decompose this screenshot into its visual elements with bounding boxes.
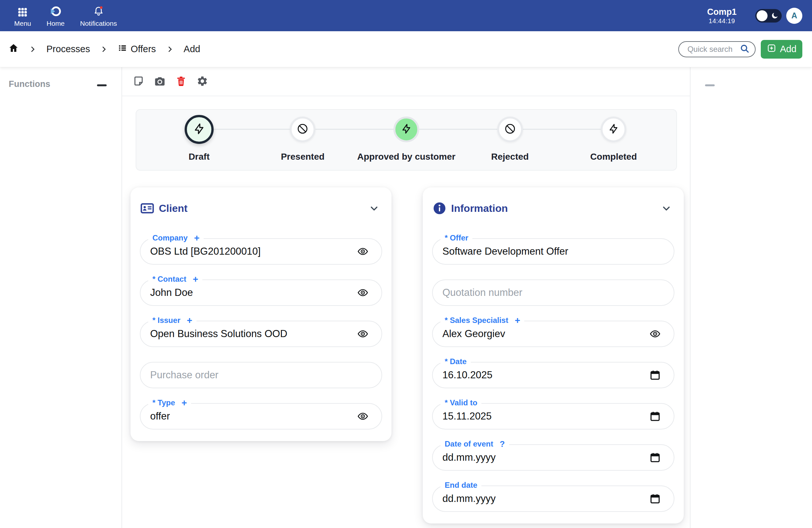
eye-icon[interactable] (649, 328, 662, 340)
information-card-header: Information (423, 187, 684, 217)
company-field[interactable]: Company+OBS Ltd [BG201200010] (140, 238, 382, 265)
breadcrumb-offers[interactable]: Offers (118, 43, 156, 55)
sales-specialist-field[interactable]: * Sales Specialist+Alex Georgiev (432, 321, 675, 347)
calendar-icon[interactable] (649, 368, 662, 381)
step-draft: Draft (147, 110, 251, 170)
camera-icon (154, 75, 165, 88)
issuer-field[interactable]: * Issuer+Open Business Solutions OOD (140, 321, 382, 347)
note-button[interactable] (132, 75, 145, 88)
field-value: dd.mm.yyyy (443, 452, 496, 463)
bolt-icon (607, 123, 620, 136)
calendar-icon[interactable] (649, 410, 662, 423)
step-circle[interactable] (600, 117, 626, 142)
valid-to-field[interactable]: * Valid to15.11.2025 (432, 403, 675, 429)
type-field[interactable]: * Type+offer (140, 403, 382, 429)
chevron-right-icon (165, 45, 174, 54)
field-value: Quotation number (443, 287, 522, 299)
breadcrumb-home[interactable] (9, 43, 19, 55)
blocked-icon (296, 123, 309, 136)
functions-title: Functions (9, 79, 50, 90)
delete-button[interactable] (175, 75, 187, 88)
information-collapse-chevron-icon[interactable] (661, 202, 672, 214)
add-button[interactable]: Add (761, 40, 802, 59)
eye-icon[interactable] (357, 245, 369, 258)
theme-toggle[interactable] (755, 9, 782, 22)
blocked-icon (504, 123, 516, 136)
calendar-icon[interactable] (649, 451, 662, 464)
field-label-text: * Valid to (445, 398, 477, 407)
field-label: * Sales Specialist+ (440, 316, 524, 325)
search-icon[interactable] (740, 44, 750, 55)
eye-icon[interactable] (357, 328, 369, 340)
purchase-order-field[interactable]: Purchase order (140, 362, 382, 388)
information-fields: * OfferSoftware Development OfferQuotati… (423, 217, 684, 524)
company-name: Comp1 (707, 7, 737, 17)
end-date-field[interactable]: End datedd.mm.yyyy (432, 485, 675, 512)
field-label: * Type+ (148, 398, 191, 407)
eye-icon[interactable] (357, 410, 369, 423)
camera-button[interactable] (154, 75, 166, 88)
right-panel (690, 67, 812, 528)
notifications-label: Notifications (80, 20, 117, 27)
step-circle[interactable] (497, 117, 523, 142)
field-value: 16.10.2025 (443, 369, 492, 381)
user-avatar[interactable]: A (786, 8, 802, 24)
add-related-icon[interactable]: + (187, 316, 192, 325)
breadcrumb-offers-label: Offers (130, 44, 156, 55)
status-stepper: DraftPresentedApproved by customerReject… (136, 109, 677, 171)
step-circle[interactable] (393, 117, 419, 142)
bell-icon (92, 4, 105, 18)
breadcrumb-processes[interactable]: Processes (46, 44, 90, 55)
sidebar-collapse-button[interactable] (97, 84, 107, 86)
step-completed: Completed (562, 110, 665, 170)
quotation-number-field[interactable]: Quotation number (432, 280, 675, 306)
right-panel-collapse-button[interactable] (705, 84, 715, 86)
settings-button[interactable] (196, 75, 208, 88)
contact-field[interactable]: * Contact+John Doe (140, 280, 382, 306)
field-value: Software Development Offer (443, 246, 568, 257)
calendar-icon[interactable] (649, 492, 662, 505)
id-card-icon (140, 201, 154, 215)
step-label: Approved by customer (357, 152, 455, 162)
breadcrumb-add-label: Add (184, 44, 200, 55)
note-icon (133, 75, 144, 88)
home-logo-icon (49, 4, 62, 18)
add-related-icon[interactable]: + (193, 275, 198, 284)
chevron-right-icon (100, 45, 108, 54)
toggle-knob (757, 10, 768, 21)
notification-badge (100, 6, 102, 9)
avatar-letter: A (792, 11, 797, 20)
eye-icon[interactable] (357, 286, 369, 299)
field-value: Purchase order (150, 369, 218, 381)
add-related-icon[interactable]: + (182, 398, 187, 407)
help-icon[interactable]: ? (500, 439, 505, 449)
main-content: DraftPresentedApproved by customerReject… (122, 67, 690, 528)
stepper-steps: DraftPresentedApproved by customerReject… (147, 110, 665, 170)
offer-field[interactable]: * OfferSoftware Development Offer (432, 238, 675, 265)
client-collapse-chevron-icon[interactable] (368, 202, 380, 214)
home-button[interactable]: Home (39, 0, 72, 31)
search-input[interactable] (687, 45, 740, 54)
moon-icon (770, 12, 779, 20)
information-card: Information * OfferSoftware Development … (423, 187, 684, 524)
breadcrumb-processes-label: Processes (46, 44, 90, 55)
field-value: OBS Ltd [BG201200010] (150, 246, 261, 257)
crumbbar-actions: Add (678, 40, 802, 59)
home-icon (9, 43, 19, 55)
breadcrumb-bar: Processes Offers Add (0, 31, 812, 67)
step-label: Presented (281, 152, 324, 162)
date-field[interactable]: * Date16.10.2025 (432, 362, 675, 388)
plus-square-icon (767, 43, 777, 55)
functions-sidebar: Functions (0, 67, 122, 528)
top-navigation-bar: Menu Home Notifications (0, 0, 812, 31)
notifications-button[interactable]: Notifications (72, 0, 125, 31)
date-of-event-field[interactable]: Date of event?dd.mm.yyyy (432, 444, 675, 471)
add-related-icon[interactable]: + (194, 233, 200, 242)
field-label-text: * Type (153, 398, 175, 407)
field-label: End date (440, 481, 481, 490)
step-circle[interactable] (185, 115, 214, 144)
step-circle[interactable] (290, 117, 316, 142)
add-related-icon[interactable]: + (514, 316, 520, 325)
step-label: Completed (590, 152, 637, 162)
menu-button[interactable]: Menu (6, 0, 39, 31)
